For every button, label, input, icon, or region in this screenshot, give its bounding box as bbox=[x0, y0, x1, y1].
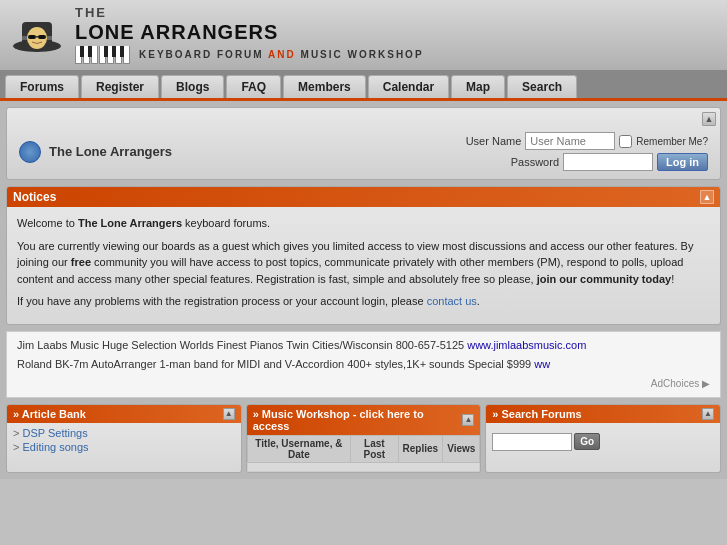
music-workshop-body: Title, Username, & Date Last Post Replie… bbox=[247, 435, 481, 472]
music-workshop-title[interactable]: » Music Workshop - click here to access bbox=[253, 408, 463, 432]
nav-forums[interactable]: Forums bbox=[5, 75, 79, 98]
nav-search[interactable]: Search bbox=[507, 75, 577, 98]
login-form: User Name Remember Me? Password Log in bbox=[461, 132, 708, 171]
username-input[interactable] bbox=[525, 132, 615, 150]
search-forums-input[interactable] bbox=[492, 433, 572, 451]
search-forums-header: » Search Forums ▲ bbox=[486, 405, 720, 423]
site-name-label: The Lone Arrangers bbox=[49, 144, 172, 159]
music-workshop-collapse[interactable]: ▲ bbox=[462, 414, 474, 426]
main-content: ▲ The Lone Arrangers User Name Remember … bbox=[0, 101, 727, 479]
notices-body: Welcome to The Lone Arrangers keyboard f… bbox=[7, 207, 720, 324]
article-editing-songs[interactable]: Editing songs bbox=[13, 441, 235, 453]
collapse-notices-button[interactable]: ▲ bbox=[700, 190, 714, 204]
workshop-col-views: Views bbox=[443, 435, 480, 462]
svg-rect-5 bbox=[38, 35, 46, 39]
collapse-login-button[interactable]: ▲ bbox=[702, 112, 716, 126]
notices-title: Notices bbox=[13, 190, 56, 204]
workshop-table: Title, Username, & Date Last Post Replie… bbox=[247, 435, 481, 472]
logo-main-title: LONE ARRANGERS bbox=[75, 21, 424, 43]
username-row: User Name Remember Me? bbox=[461, 132, 708, 150]
subtitle-and: AND bbox=[268, 49, 300, 60]
login-panel-header: ▲ bbox=[11, 112, 716, 126]
piano-decoration bbox=[75, 46, 131, 64]
logo-icon bbox=[10, 8, 65, 63]
article-bank-collapse[interactable]: ▲ bbox=[223, 408, 235, 420]
workshop-col-title: Title, Username, & Date bbox=[247, 435, 350, 462]
svg-rect-6 bbox=[35, 36, 38, 38]
username-label: User Name bbox=[461, 135, 521, 147]
login-panel: ▲ The Lone Arrangers User Name Remember … bbox=[6, 107, 721, 180]
search-forums-title: » Search Forums bbox=[492, 408, 581, 420]
nav-register[interactable]: Register bbox=[81, 75, 159, 98]
nav-calendar[interactable]: Calendar bbox=[368, 75, 449, 98]
logo-subtitle: KEYBOARD FORUM AND MUSIC WORKSHOP bbox=[139, 49, 424, 60]
nav-faq[interactable]: FAQ bbox=[226, 75, 281, 98]
remember-me-label: Remember Me? bbox=[636, 136, 708, 147]
ad-choices[interactable]: AdChoices ▶ bbox=[17, 376, 710, 392]
logo-text: THE LONE ARRANGERS KEYBOARD FORUM AND MU… bbox=[75, 6, 424, 63]
article-dsp-settings[interactable]: DSP Settings bbox=[13, 427, 235, 439]
header: THE LONE ARRANGERS KEYBOARD FORUM AND MU… bbox=[0, 0, 727, 72]
bottom-panels: » Article Bank ▲ DSP Settings Editing so… bbox=[6, 404, 721, 473]
nav-members[interactable]: Members bbox=[283, 75, 366, 98]
password-label: Password bbox=[499, 156, 559, 168]
login-inner: The Lone Arrangers User Name Remember Me… bbox=[11, 128, 716, 175]
nav-map[interactable]: Map bbox=[451, 75, 505, 98]
search-input-row: Go bbox=[492, 433, 714, 451]
ad-1: Jim Laabs Music Huge Selection Worlds Fi… bbox=[17, 337, 710, 355]
ad-1-link[interactable]: www.jimlaabsmusic.com bbox=[467, 339, 586, 351]
table-row bbox=[247, 462, 480, 471]
notices-header: Notices ▲ bbox=[7, 187, 720, 207]
navbar: Forums Register Blogs FAQ Members Calend… bbox=[0, 72, 727, 101]
article-bank-title: » Article Bank bbox=[13, 408, 86, 420]
contact-link[interactable]: contact us bbox=[427, 295, 477, 307]
search-forums-go-button[interactable]: Go bbox=[574, 433, 600, 450]
workshop-col-replies: Replies bbox=[398, 435, 443, 462]
notices-panel: Notices ▲ Welcome to The Lone Arrangers … bbox=[6, 186, 721, 325]
svg-rect-4 bbox=[28, 35, 36, 39]
workshop-col-lastpost: Last Post bbox=[351, 435, 398, 462]
ad-2-link[interactable]: ww bbox=[534, 358, 550, 370]
ad-2-text: Roland BK-7m AutoArranger 1-man band for… bbox=[17, 358, 531, 370]
search-forums-body: Go bbox=[486, 423, 720, 457]
search-forums-collapse[interactable]: ▲ bbox=[702, 408, 714, 420]
site-icon bbox=[19, 141, 41, 163]
notices-p3: If you have any problems with the regist… bbox=[17, 293, 710, 310]
password-row: Password Log in bbox=[499, 153, 708, 171]
login-button[interactable]: Log in bbox=[657, 153, 708, 171]
article-bank-panel: » Article Bank ▲ DSP Settings Editing so… bbox=[6, 404, 242, 473]
article-bank-body: DSP Settings Editing songs bbox=[7, 423, 241, 459]
notices-p1: Welcome to The Lone Arrangers keyboard f… bbox=[17, 215, 710, 232]
site-logo-area: The Lone Arrangers bbox=[19, 141, 172, 163]
ad-area: Jim Laabs Music Huge Selection Worlds Fi… bbox=[6, 331, 721, 398]
article-bank-header: » Article Bank ▲ bbox=[7, 405, 241, 423]
notices-p2: You are currently viewing our boards as … bbox=[17, 238, 710, 288]
password-input[interactable] bbox=[563, 153, 653, 171]
music-workshop-panel: » Music Workshop - click here to access … bbox=[246, 404, 482, 473]
nav-blogs[interactable]: Blogs bbox=[161, 75, 224, 98]
ad-1-text: Jim Laabs Music Huge Selection Worlds Fi… bbox=[17, 339, 464, 351]
workshop-empty bbox=[247, 462, 480, 471]
remember-me-checkbox[interactable] bbox=[619, 135, 632, 148]
music-workshop-header: » Music Workshop - click here to access … bbox=[247, 405, 481, 435]
search-forums-panel: » Search Forums ▲ Go bbox=[485, 404, 721, 473]
logo-the: THE bbox=[75, 6, 424, 20]
ad-2: Roland BK-7m AutoArranger 1-man band for… bbox=[17, 356, 710, 374]
